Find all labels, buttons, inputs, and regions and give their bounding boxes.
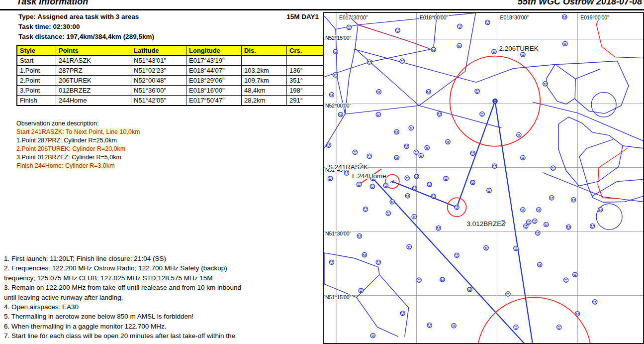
waypoint-icon [517,132,521,137]
waypoint-glyph [470,289,471,290]
waypoint-glyph [467,287,472,292]
waypoint-glyph [336,51,337,52]
waypoint-glyph [368,155,369,156]
event-title: 55th WGC Ostrow 2018-07-08 [518,0,642,7]
waypoint-glyph [409,246,410,247]
waypoint-glyph [412,215,416,219]
waypoint-icon [437,112,442,116]
waypoint-icon [414,174,419,179]
waypoint-icon [394,155,399,160]
waypoint-glyph [443,279,444,280]
table-row: Start241RASZKN51°43'01"E017°43'19" [17,56,338,66]
waypoint-glyph [488,21,489,22]
waypoint-glyph [444,176,448,181]
waypoint-glyph [415,151,416,152]
waypoint-glyph [522,157,523,158]
waypoint-icon [492,49,496,54]
table-cell: E018°29'06" [186,76,242,86]
waypoint-glyph [473,182,474,183]
class-day-label: 15M DAY1 [259,13,319,20]
waypoint-glyph [518,134,519,135]
waypoint-glyph [432,195,433,196]
waypoint-glyph [506,292,510,296]
waypoint-glyph [387,212,388,213]
observation-line: 1.Point 287PRZ: Cylinder R=25,0km [16,136,140,145]
waypoint-glyph [458,24,462,28]
waypoint-glyph [598,208,603,212]
waypoint-glyph [537,208,541,212]
waypoint-glyph [377,114,378,115]
waypoint-glyph [405,176,409,180]
airspace-boundary [615,57,643,58]
observation-line: 3.Point 012BRZEZ: Cylinder R=5,0km [16,153,140,162]
waypoint-glyph [593,300,597,304]
waypoint-glyph [396,29,397,30]
waypoint-icon [353,150,357,154]
waypoint-glyph [400,311,405,316]
waypoint-glyph [460,25,461,26]
waypoint-glyph [563,41,567,46]
waypoint-icon [467,287,472,292]
waypoint-glyph [551,166,555,170]
waypoint-glyph [470,180,475,185]
waypoint-icon [480,112,484,116]
waypoint-glyph [426,147,427,148]
waypoint-icon [427,323,432,328]
waypoint-glyph [415,187,416,188]
waypoint-glyph [535,220,536,221]
waypoint-icon [425,145,429,150]
airspace-boundary-red [598,148,628,199]
waypoint-glyph [357,233,362,238]
waypoint-glyph [485,247,486,248]
waypoint-glyph [379,91,380,92]
waypoint-glyph [376,90,381,94]
waypoint-glyph [536,230,540,235]
waypoint-glyph [370,155,371,156]
waypoint-glyph [441,279,442,280]
waypoint-glyph [437,112,442,116]
waypoint-glyph [350,26,351,27]
waypoint-icon [400,59,404,63]
waypoint-glyph [408,195,409,196]
waypoint-glyph [362,290,363,291]
table-row: 2.Point206TUREKN52°00'48"E018°29'06"109,… [17,76,338,86]
waypoint-glyph [329,178,330,179]
waypoint-icon [400,311,405,316]
waypoint-glyph [521,52,525,57]
waypoint-glyph [366,208,367,209]
waypoint-icon [347,25,351,29]
waypoint-glyph [414,150,418,154]
waypoint-icon [362,252,367,257]
waypoint-glyph [452,324,456,328]
waypoint-glyph [515,326,516,327]
column-header: Latitude [131,45,186,56]
waypoint-glyph [388,212,389,213]
waypoint-glyph [533,219,537,224]
waypoint-icon [557,325,561,330]
waypoint-glyph [475,89,479,94]
waypoint-glyph [372,185,373,186]
waypoint-icon [514,325,518,330]
waypoint-glyph [440,277,445,282]
waypoint-glyph [538,209,539,210]
waypoint-icon [455,205,459,210]
waypoint-icon [590,224,595,228]
waypoint-glyph [395,157,396,158]
table-cell: 48,4km [242,86,287,96]
waypoint-glyph [427,182,432,187]
column-header: Dis. [242,45,287,56]
waypoint-glyph [489,189,490,190]
waypoint-glyph [378,114,379,115]
table-cell: N51°42'05" [131,96,186,106]
waypoint-glyph [553,167,554,168]
waypoint-icon [414,150,418,154]
waypoint-icon [524,224,528,228]
table-cell: 1.Point [17,66,56,76]
note-line: 3. Remain on 122.200 MHz from take-off u… [4,283,241,292]
waypoint-icon [446,139,450,144]
waypoint-glyph [566,225,571,229]
waypoint-glyph [406,195,407,196]
waypoint-glyph [484,245,488,250]
table-cell: 103,2km [242,66,287,76]
waypoint-glyph [412,186,417,191]
